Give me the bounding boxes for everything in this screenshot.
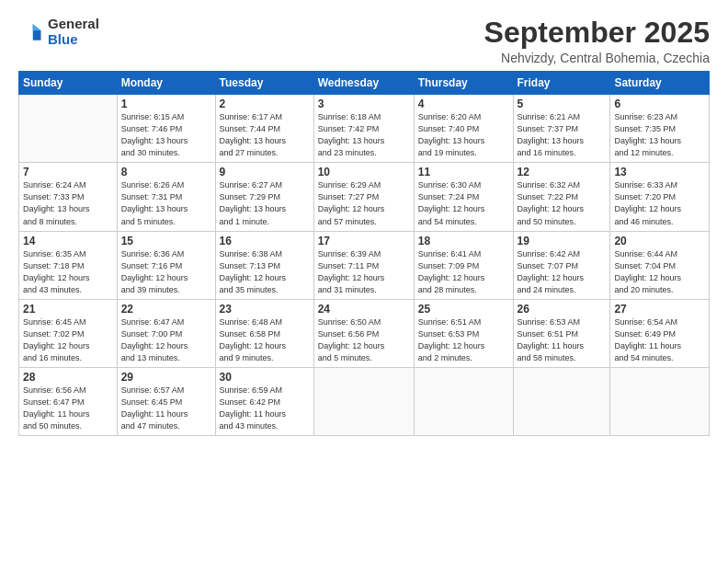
calendar-week-row: 21Sunrise: 6:45 AM Sunset: 7:02 PM Dayli… <box>19 299 710 367</box>
day-number: 13 <box>614 166 705 178</box>
day-number: 10 <box>318 166 410 178</box>
calendar-day-cell: 11Sunrise: 6:30 AM Sunset: 7:24 PM Dayli… <box>414 163 513 231</box>
day-info: Sunrise: 6:15 AM Sunset: 7:46 PM Dayligh… <box>121 111 211 159</box>
title-block: September 2025 Nehvizdy, Central Bohemia… <box>484 17 710 65</box>
calendar-day-header: Tuesday <box>215 72 313 95</box>
day-info: Sunrise: 6:50 AM Sunset: 6:56 PM Dayligh… <box>318 316 410 364</box>
day-number: 19 <box>518 235 607 247</box>
day-number: 7 <box>23 166 113 178</box>
calendar-day-cell: 25Sunrise: 6:51 AM Sunset: 6:53 PM Dayli… <box>414 299 513 367</box>
day-info: Sunrise: 6:53 AM Sunset: 6:51 PM Dayligh… <box>518 316 607 364</box>
day-info: Sunrise: 6:18 AM Sunset: 7:42 PM Dayligh… <box>318 111 410 159</box>
calendar-day-cell: 26Sunrise: 6:53 AM Sunset: 6:51 PM Dayli… <box>513 299 610 367</box>
calendar-day-cell: 5Sunrise: 6:21 AM Sunset: 7:37 PM Daylig… <box>513 95 610 163</box>
calendar-day-header: Thursday <box>414 72 513 95</box>
svg-marker-2 <box>33 24 41 30</box>
calendar-day-cell: 13Sunrise: 6:33 AM Sunset: 7:20 PM Dayli… <box>610 163 710 231</box>
calendar-day-cell: 23Sunrise: 6:48 AM Sunset: 6:58 PM Dayli… <box>215 299 313 367</box>
calendar-day-cell: 12Sunrise: 6:32 AM Sunset: 7:22 PM Dayli… <box>513 163 610 231</box>
day-info: Sunrise: 6:48 AM Sunset: 6:58 PM Dayligh… <box>220 316 310 364</box>
calendar-day-cell: 27Sunrise: 6:54 AM Sunset: 6:49 PM Dayli… <box>610 299 710 367</box>
day-number: 24 <box>318 303 410 316</box>
calendar-day-cell: 22Sunrise: 6:47 AM Sunset: 7:00 PM Dayli… <box>117 299 215 367</box>
calendar-day-cell: 17Sunrise: 6:39 AM Sunset: 7:11 PM Dayli… <box>313 231 414 299</box>
day-info: Sunrise: 6:21 AM Sunset: 7:37 PM Dayligh… <box>518 111 607 159</box>
day-info: Sunrise: 6:17 AM Sunset: 7:44 PM Dayligh… <box>220 111 310 159</box>
day-info: Sunrise: 6:23 AM Sunset: 7:35 PM Dayligh… <box>614 111 705 159</box>
calendar-week-row: 28Sunrise: 6:56 AM Sunset: 6:47 PM Dayli… <box>19 367 710 435</box>
day-info: Sunrise: 6:59 AM Sunset: 6:42 PM Dayligh… <box>220 385 310 432</box>
day-info: Sunrise: 6:44 AM Sunset: 7:04 PM Dayligh… <box>614 248 705 296</box>
day-number: 22 <box>121 303 211 316</box>
day-number: 26 <box>518 303 607 316</box>
calendar-day-cell: 10Sunrise: 6:29 AM Sunset: 7:27 PM Dayli… <box>313 163 414 231</box>
location-subtitle: Nehvizdy, Central Bohemia, Czechia <box>484 51 710 65</box>
calendar-day-cell <box>513 367 610 435</box>
calendar-day-header: Monday <box>117 72 215 95</box>
day-info: Sunrise: 6:27 AM Sunset: 7:29 PM Dayligh… <box>220 179 310 227</box>
day-info: Sunrise: 6:24 AM Sunset: 7:33 PM Dayligh… <box>23 179 113 227</box>
day-number: 9 <box>220 166 310 178</box>
calendar-day-cell: 29Sunrise: 6:57 AM Sunset: 6:45 PM Dayli… <box>117 367 215 435</box>
calendar-day-header: Friday <box>513 72 610 95</box>
day-number: 12 <box>518 166 607 178</box>
calendar-day-cell: 7Sunrise: 6:24 AM Sunset: 7:33 PM Daylig… <box>19 163 118 231</box>
day-number: 6 <box>614 98 705 110</box>
calendar-day-header: Sunday <box>19 72 118 95</box>
logo: General Blue <box>18 17 99 47</box>
calendar-day-cell: 14Sunrise: 6:35 AM Sunset: 7:18 PM Dayli… <box>19 231 118 299</box>
calendar-day-cell: 24Sunrise: 6:50 AM Sunset: 6:56 PM Dayli… <box>313 299 414 367</box>
calendar-body: 1Sunrise: 6:15 AM Sunset: 7:46 PM Daylig… <box>19 95 710 436</box>
logo-icon <box>18 19 44 45</box>
day-info: Sunrise: 6:35 AM Sunset: 7:18 PM Dayligh… <box>23 248 113 296</box>
calendar-day-cell: 16Sunrise: 6:38 AM Sunset: 7:13 PM Dayli… <box>215 231 313 299</box>
calendar-table: SundayMondayTuesdayWednesdayThursdayFrid… <box>18 71 710 436</box>
calendar-week-row: 14Sunrise: 6:35 AM Sunset: 7:18 PM Dayli… <box>19 231 710 299</box>
day-number: 23 <box>220 303 310 316</box>
day-number: 3 <box>318 98 410 110</box>
day-info: Sunrise: 6:38 AM Sunset: 7:13 PM Dayligh… <box>220 248 310 296</box>
calendar-day-cell: 9Sunrise: 6:27 AM Sunset: 7:29 PM Daylig… <box>215 163 313 231</box>
day-number: 20 <box>614 235 705 247</box>
day-info: Sunrise: 6:51 AM Sunset: 6:53 PM Dayligh… <box>418 316 509 364</box>
calendar-day-cell: 19Sunrise: 6:42 AM Sunset: 7:07 PM Dayli… <box>513 231 610 299</box>
calendar-day-cell <box>313 367 414 435</box>
day-info: Sunrise: 6:57 AM Sunset: 6:45 PM Dayligh… <box>121 385 211 432</box>
calendar-day-cell: 2Sunrise: 6:17 AM Sunset: 7:44 PM Daylig… <box>215 95 313 163</box>
day-number: 25 <box>418 303 509 316</box>
month-title: September 2025 <box>484 17 710 49</box>
calendar-day-header: Saturday <box>610 72 710 95</box>
day-info: Sunrise: 6:26 AM Sunset: 7:31 PM Dayligh… <box>121 179 211 227</box>
calendar-day-header: Wednesday <box>313 72 414 95</box>
calendar-day-cell <box>19 95 118 163</box>
day-number: 11 <box>418 166 509 178</box>
day-number: 2 <box>220 98 310 110</box>
day-number: 14 <box>23 235 113 247</box>
day-info: Sunrise: 6:45 AM Sunset: 7:02 PM Dayligh… <box>23 316 113 364</box>
day-number: 8 <box>121 166 211 178</box>
calendar-day-cell: 20Sunrise: 6:44 AM Sunset: 7:04 PM Dayli… <box>610 231 710 299</box>
calendar-day-cell: 15Sunrise: 6:36 AM Sunset: 7:16 PM Dayli… <box>117 231 215 299</box>
day-number: 17 <box>318 235 410 247</box>
day-number: 30 <box>220 371 310 384</box>
day-number: 28 <box>23 371 113 384</box>
day-number: 21 <box>23 303 113 316</box>
day-info: Sunrise: 6:41 AM Sunset: 7:09 PM Dayligh… <box>418 248 509 296</box>
day-info: Sunrise: 6:54 AM Sunset: 6:49 PM Dayligh… <box>614 316 705 364</box>
day-number: 18 <box>418 235 509 247</box>
day-number: 16 <box>220 235 310 247</box>
calendar-week-row: 7Sunrise: 6:24 AM Sunset: 7:33 PM Daylig… <box>19 163 710 231</box>
calendar-day-cell: 3Sunrise: 6:18 AM Sunset: 7:42 PM Daylig… <box>313 95 414 163</box>
day-number: 1 <box>121 98 211 110</box>
day-number: 27 <box>614 303 705 316</box>
calendar-day-cell: 21Sunrise: 6:45 AM Sunset: 7:02 PM Dayli… <box>19 299 118 367</box>
day-info: Sunrise: 6:39 AM Sunset: 7:11 PM Dayligh… <box>318 248 410 296</box>
day-info: Sunrise: 6:20 AM Sunset: 7:40 PM Dayligh… <box>418 111 509 159</box>
day-number: 5 <box>518 98 607 110</box>
day-info: Sunrise: 6:32 AM Sunset: 7:22 PM Dayligh… <box>518 179 607 227</box>
day-info: Sunrise: 6:29 AM Sunset: 7:27 PM Dayligh… <box>318 179 410 227</box>
logo-blue-text: Blue <box>48 32 99 48</box>
calendar-day-cell: 1Sunrise: 6:15 AM Sunset: 7:46 PM Daylig… <box>117 95 215 163</box>
calendar-day-cell <box>610 367 710 435</box>
day-number: 29 <box>121 371 211 384</box>
